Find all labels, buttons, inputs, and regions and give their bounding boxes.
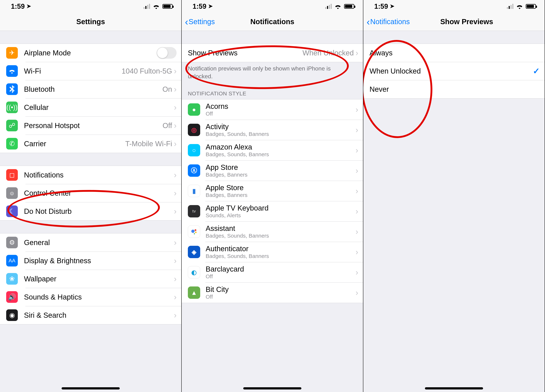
chevron-right-icon: › [174,238,177,247]
row-carrier[interactable]: ✆ Carrier T-Mobile Wi-Fi › [0,135,181,153]
app-row[interactable]: ▮ Apple StoreBadges, Banners › [182,181,363,201]
app-title: Apple Store [206,184,355,192]
app-subtitle: Badges, Sounds, Banners [206,233,355,239]
row-cellular[interactable]: ((•)) Cellular › [0,98,181,116]
row-label: Wi-Fi [24,67,122,75]
app-title: Acorns [206,102,355,110]
app-row[interactable]: Ⓐ App StoreBadges, Banners › [182,160,363,181]
app-icon-barclaycard: ◐ [188,266,200,279]
row-wifi[interactable]: Wi-Fi 1040 Fulton-5G › [0,62,181,80]
nav-header: Settings [0,13,181,31]
row-label: Control Center [24,189,174,197]
option-always[interactable]: Always [363,44,545,62]
row-label: General [24,238,174,247]
svg-point-3 [194,233,195,234]
home-indicator [243,387,301,389]
app-row[interactable]: ● AcornsOff › [182,99,363,120]
row-detail: T-Mobile Wi-Fi [125,140,172,148]
app-subtitle: Badges, Sounds, Banners [206,253,355,259]
wifi-status-icon [334,4,341,9]
option-label: Never [370,85,540,93]
chevron-right-icon: › [355,288,358,297]
app-row[interactable]: ▲ Bit CityOff › [182,282,363,303]
app-row[interactable]: tv Apple TV KeyboardSounds, Alerts › [182,201,363,221]
chevron-right-icon: › [355,268,358,277]
row-label: Show Previews [188,49,303,57]
app-title: Amazon Alexa [206,143,355,151]
back-label: Settings [189,18,215,26]
app-icon-assistant [188,225,200,238]
row-dnd[interactable]: ☾ Do Not Disturb › [0,202,181,220]
row-display[interactable]: AA Display & Brightness › [0,252,181,270]
app-subtitle: Off [206,294,355,300]
app-title: App Store [206,163,355,171]
home-indicator [62,387,120,389]
row-airplane-mode[interactable]: ✈ Airplane Mode [0,44,181,62]
back-button[interactable]: ‹ Settings [185,13,215,31]
airplane-switch[interactable] [157,47,177,59]
chevron-right-icon: › [174,207,177,216]
app-row[interactable]: ◈ AuthenticatorBadges, Sounds, Banners › [182,242,363,262]
option-when-unlocked[interactable]: When Unlocked ✓ [363,62,545,80]
group-footer: Notification previews will only be shown… [182,62,363,82]
chevron-right-icon: › [355,105,358,114]
wifi-status-icon [516,4,523,9]
display-icon: AA [6,255,18,267]
cellular-signal-icon [143,4,150,9]
row-detail: When Unlocked [303,49,354,57]
panel-settings: 1:59 ➤ Settings ✈ Airplane Mode [0,0,182,392]
preview-options-group: Always When Unlocked ✓ Never [363,44,545,99]
app-row[interactable]: ◐ BarclaycardOff › [182,262,363,282]
app-subtitle: Badges, Sounds, Banners [206,131,355,137]
panel-notifications: 1:59 ➤ ‹ Settings Notifications Show Pre… [182,0,363,392]
app-subtitle: Badges, Sounds, Banners [206,151,355,157]
row-label: Sounds & Haptics [24,293,174,301]
row-label: Display & Brightness [24,257,174,265]
location-icon: ➤ [26,3,31,9]
chevron-right-icon: › [174,292,177,302]
sounds-icon: 🔊 [6,291,18,303]
app-icon-app-store: Ⓐ [188,164,200,177]
chevron-right-icon: › [174,256,177,265]
notifications-icon: ◻ [6,169,18,181]
option-never[interactable]: Never [363,80,545,98]
row-bluetooth[interactable]: Bluetooth On › [0,80,181,98]
row-notifications[interactable]: ◻ Notifications › [0,166,181,184]
chevron-right-icon: › [355,247,358,256]
app-subtitle: Badges, Banners [206,172,355,178]
battery-icon [162,4,173,9]
status-bar: 1:59 ➤ [182,0,363,13]
app-icon-authenticator: ◈ [188,246,200,258]
chevron-right-icon: › [355,186,358,195]
row-sounds[interactable]: 🔊 Sounds & Haptics › [0,288,181,306]
nav-header: ‹ Notifications Show Previews [363,13,545,31]
airplane-icon: ✈ [6,47,18,59]
row-label: Wallpaper [24,275,174,283]
app-row[interactable]: ◎ ActivityBadges, Sounds, Banners › [182,120,363,140]
chevron-right-icon: › [355,125,358,134]
status-bar: 1:59 ➤ [363,0,545,13]
chevron-right-icon: › [355,207,358,216]
chevron-right-icon: › [174,274,177,283]
app-row[interactable]: ○ Amazon AlexaBadges, Sounds, Banners › [182,140,363,160]
notification-apps-group: ● AcornsOff › ◎ ActivityBadges, Sounds, … [182,99,363,303]
chevron-right-icon: › [355,227,358,236]
chevron-right-icon: › [174,121,177,130]
svg-point-0 [191,230,195,233]
row-hotspot[interactable]: ☍ Personal Hotspot Off › [0,116,181,135]
row-show-previews[interactable]: Show Previews When Unlocked › [182,44,363,62]
app-subtitle: Off [206,111,355,117]
back-button[interactable]: ‹ Notifications [367,13,410,31]
row-siri[interactable]: ◉ Siri & Search › [0,306,181,324]
wifi-icon [6,65,18,77]
settings-group-notifications: ◻ Notifications › ⌾ Control Center › ☾ D… [0,166,181,221]
row-control-center[interactable]: ⌾ Control Center › [0,184,181,202]
app-subtitle: Sounds, Alerts [206,212,355,218]
row-wallpaper[interactable]: ❀ Wallpaper › [0,270,181,288]
row-general[interactable]: ⚙ General › [0,233,181,252]
bluetooth-icon [6,83,18,95]
settings-group-connectivity: ✈ Airplane Mode Wi-Fi 1040 Fulton-5G › B… [0,44,181,153]
app-row[interactable]: AssistantBadges, Sounds, Banners › [182,221,363,242]
option-label: Always [370,49,540,57]
row-label: Airplane Mode [24,49,157,57]
